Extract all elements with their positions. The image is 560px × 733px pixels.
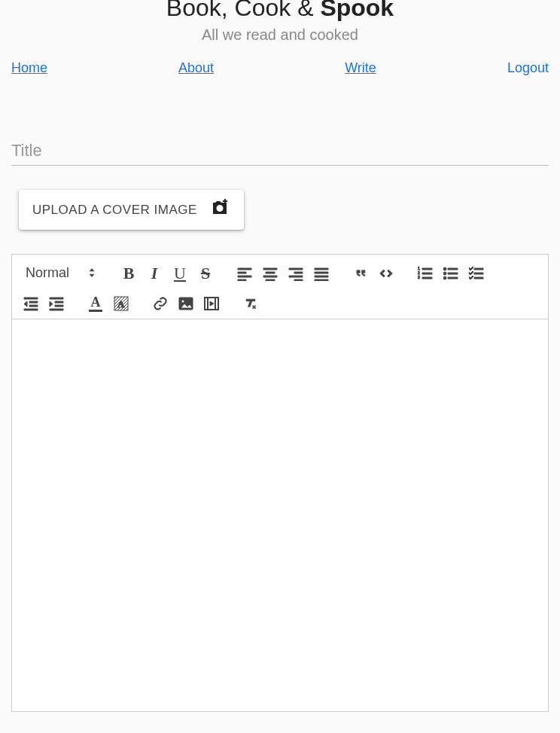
- format-group: B I U S: [116, 263, 218, 284]
- align-left-button[interactable]: [234, 263, 255, 284]
- text-color-icon: A: [89, 295, 102, 312]
- nav-logout[interactable]: Logout: [507, 60, 549, 76]
- underline-button[interactable]: U: [169, 263, 190, 284]
- background-color-button[interactable]: A: [111, 293, 132, 314]
- italic-button[interactable]: I: [144, 263, 165, 284]
- indent-button[interactable]: [46, 293, 67, 314]
- add-photo-icon: [209, 199, 230, 221]
- heading-picker[interactable]: Normal: [18, 262, 102, 284]
- site-title-bold: Spook: [320, 0, 394, 21]
- bold-button[interactable]: B: [118, 263, 139, 284]
- link-button[interactable]: [150, 293, 171, 314]
- svg-point-9: [181, 300, 184, 303]
- heading-picker-label: Normal: [26, 265, 69, 281]
- rich-editor: Normal B I U S: [11, 254, 549, 712]
- background-color-icon: A: [114, 296, 129, 311]
- title-input[interactable]: [11, 136, 549, 166]
- align-justify-button[interactable]: [311, 263, 332, 284]
- align-right-button[interactable]: [285, 263, 306, 284]
- nav-write[interactable]: Write: [345, 60, 376, 76]
- outdent-button[interactable]: [20, 293, 41, 314]
- editor-toolbar: Normal B I U S: [12, 255, 548, 319]
- image-button[interactable]: [175, 293, 196, 314]
- upload-cover-button[interactable]: Upload a cover image: [19, 190, 244, 230]
- block-group: [348, 263, 399, 284]
- clear-format-button[interactable]: [240, 293, 261, 314]
- nav-about[interactable]: About: [178, 60, 214, 76]
- chevron-updown-icon: [87, 267, 96, 280]
- unordered-list-button[interactable]: [440, 263, 461, 284]
- align-group: [232, 263, 334, 284]
- indent-group: [18, 293, 69, 314]
- site-title: Book, Cook & Spook: [0, 0, 560, 22]
- upload-cover-label: Upload a cover image: [32, 203, 197, 218]
- svg-text:3: 3: [418, 275, 420, 279]
- code-block-button[interactable]: [376, 263, 397, 284]
- main-nav: Home About Write Logout: [0, 60, 560, 76]
- blockquote-button[interactable]: [350, 263, 371, 284]
- editor-content: Upload a cover image Normal B I U S: [0, 76, 560, 712]
- svg-point-4: [443, 272, 446, 275]
- video-button[interactable]: [201, 293, 222, 314]
- editor-body[interactable]: [12, 319, 548, 711]
- text-color-button[interactable]: A: [85, 293, 106, 314]
- clear-group: [238, 293, 263, 314]
- page-header: Book, Cook & Spook All we read and cooke…: [0, 0, 560, 44]
- list-group: 123: [412, 263, 489, 284]
- checklist-button[interactable]: [466, 263, 487, 284]
- site-title-main: Book, Cook &: [166, 0, 321, 21]
- align-center-button[interactable]: [260, 263, 281, 284]
- svg-point-3: [443, 267, 446, 270]
- svg-text:A: A: [117, 298, 125, 310]
- heading-picker-group: Normal: [18, 262, 102, 284]
- site-subtitle: All we read and cooked: [0, 26, 560, 44]
- strikethrough-button[interactable]: S: [195, 263, 216, 284]
- ordered-list-button[interactable]: 123: [415, 263, 436, 284]
- nav-home[interactable]: Home: [11, 60, 47, 76]
- insert-group: [148, 293, 224, 314]
- color-group: A A: [83, 293, 134, 314]
- svg-point-5: [443, 276, 446, 279]
